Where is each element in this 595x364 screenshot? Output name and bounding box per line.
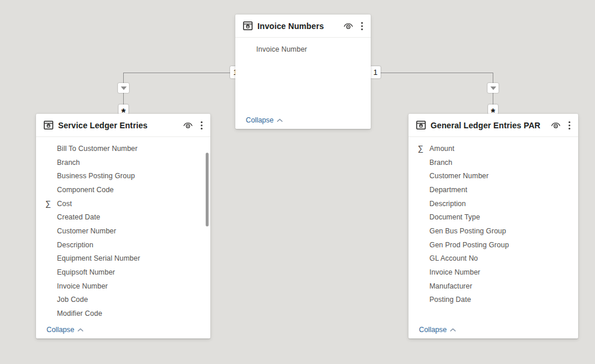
table-icon (243, 21, 253, 31)
filter-direction-arrow[interactable] (488, 83, 499, 93)
field-row[interactable]: Invoice Number (36, 279, 210, 293)
eye-icon[interactable] (182, 121, 193, 129)
field-row[interactable]: Modifier Code (36, 307, 210, 320)
field-name: Cost (57, 200, 72, 208)
field-name: Invoice Number (57, 282, 108, 290)
field-name: Amount (429, 145, 454, 153)
field-name: Description (429, 200, 466, 208)
table-card-invoice-numbers[interactable]: Invoice Numbers In (235, 15, 371, 129)
field-name: Component Code (57, 186, 114, 194)
field-name: Branch (429, 158, 453, 167)
field-row[interactable]: ∑ Cost (36, 197, 210, 211)
table-title: General Ledger Entries PAR (431, 121, 550, 130)
field-name: Description (57, 241, 94, 249)
more-options-icon[interactable] (359, 20, 365, 32)
field-row[interactable]: Equipment Serial Number (36, 252, 210, 266)
more-options-icon[interactable] (199, 120, 205, 131)
table-card-header[interactable]: Service Ledger Entries (36, 114, 210, 137)
field-name: Invoice Number (429, 268, 481, 276)
model-view-canvas: 1 * 1 * Invoice Numbers (0, 0, 595, 364)
table-title: Invoice Numbers (257, 21, 343, 31)
table-card-header[interactable]: General Ledger Entries PAR (408, 114, 578, 137)
chevron-up-icon (77, 328, 84, 332)
table-icon (44, 120, 53, 130)
field-row[interactable]: Customer Number (408, 169, 578, 183)
field-row[interactable]: GL Account No (408, 252, 578, 266)
field-row[interactable]: Component Code (36, 183, 210, 197)
field-row[interactable]: Department (408, 183, 578, 197)
chevron-up-icon (450, 328, 456, 332)
cardinality-many-badge[interactable]: * (119, 104, 128, 114)
field-name: Gen Prod Posting Group (429, 241, 509, 249)
chevron-up-icon (277, 118, 283, 122)
field-row[interactable]: Created Date (36, 210, 210, 224)
field-row[interactable]: Branch (408, 156, 578, 170)
filter-direction-arrow[interactable] (118, 83, 129, 93)
table-card-general-ledger-entries-par[interactable]: General Ledger Entries PAR ∑ (408, 114, 578, 338)
eye-icon[interactable] (550, 121, 561, 129)
field-row[interactable]: Gen Prod Posting Group (408, 238, 578, 252)
field-row[interactable]: Job Code (36, 293, 210, 307)
field-list: ∑ Amount Branch Customer Number Departme… (408, 137, 578, 307)
table-title: Service Ledger Entries (58, 121, 182, 130)
field-row[interactable]: Equipsoft Number (36, 265, 210, 279)
field-row[interactable]: Invoice Number (235, 42, 371, 56)
field-row[interactable]: Branch (36, 156, 210, 170)
collapse-link[interactable]: Collapse (419, 326, 456, 334)
field-name: Customer Number (429, 172, 489, 180)
triangle-down-icon (121, 87, 127, 90)
field-name: Equipsoft Number (57, 268, 115, 276)
field-name: Posting Date (429, 295, 471, 304)
more-options-icon[interactable] (567, 120, 572, 131)
cardinality-many-badge[interactable]: * (488, 104, 498, 114)
scrollbar[interactable] (206, 153, 209, 226)
field-row[interactable]: Description (36, 238, 210, 252)
field-name: Manufacturer (429, 282, 472, 290)
field-row[interactable]: Invoice Number (408, 265, 578, 279)
field-row[interactable]: Customer Number (36, 224, 210, 238)
cardinality-one-badge[interactable]: 1 (370, 66, 381, 78)
field-list: Bill To Customer Number Branch Business … (36, 137, 210, 320)
triangle-down-icon (490, 87, 496, 90)
field-row[interactable]: Manufacturer (408, 279, 578, 293)
relationship-line[interactable] (371, 73, 493, 73)
field-list: Invoice Number (235, 38, 371, 56)
field-name: Gen Bus Posting Group (429, 227, 506, 235)
field-row[interactable]: Description (408, 197, 578, 211)
field-name: Branch (57, 158, 80, 167)
collapse-link[interactable]: Collapse (246, 116, 283, 124)
field-row[interactable]: Gen Bus Posting Group (408, 224, 578, 238)
field-name: Created Date (57, 213, 100, 221)
field-name: Invoice Number (256, 45, 307, 53)
field-name: Business Posting Group (57, 172, 135, 180)
field-row[interactable]: ∑ Amount (408, 142, 578, 156)
field-name: Customer Number (57, 227, 116, 235)
field-row[interactable]: Posting Date (408, 293, 578, 307)
table-card-header[interactable]: Invoice Numbers (235, 15, 371, 38)
field-name: Department (429, 186, 467, 194)
eye-icon[interactable] (343, 21, 354, 30)
field-type-icon: ∑ (45, 200, 57, 208)
field-name: Document Type (429, 213, 480, 221)
collapse-link[interactable]: Collapse (46, 326, 84, 334)
field-name: Modifier Code (57, 309, 102, 318)
table-icon (416, 120, 426, 130)
field-name: GL Account No (429, 254, 478, 262)
field-name: Job Code (57, 295, 88, 304)
field-name: Bill To Customer Number (57, 145, 138, 153)
table-card-service-ledger-entries[interactable]: Service Ledger Entries (36, 114, 210, 338)
field-type-icon: ∑ (418, 145, 429, 153)
field-row[interactable]: Document Type (408, 210, 578, 224)
field-row[interactable]: Bill To Customer Number (36, 142, 210, 156)
relationship-line[interactable] (123, 73, 235, 73)
field-row[interactable]: Business Posting Group (36, 169, 210, 183)
field-name: Equipment Serial Number (57, 254, 140, 262)
